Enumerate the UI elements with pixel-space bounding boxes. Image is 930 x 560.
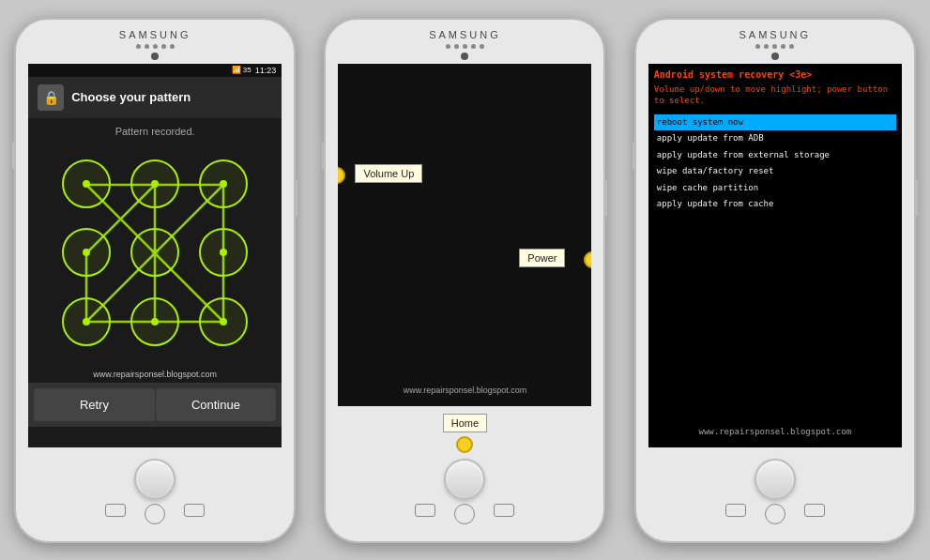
pattern-node-2[interactable] xyxy=(130,159,179,208)
retry-button[interactable]: Retry xyxy=(34,388,155,421)
nav-buttons-2 xyxy=(415,504,514,524)
front-camera xyxy=(151,53,159,60)
pattern-node-1[interactable] xyxy=(62,159,111,208)
power-btn[interactable] xyxy=(294,179,297,217)
node-cell-9 xyxy=(190,287,258,356)
volume-btn[interactable] xyxy=(12,142,16,170)
website-1: www.repairsponsel.blogspot.com xyxy=(28,366,282,383)
home-callout-dot xyxy=(456,436,473,453)
node-cell-3 xyxy=(190,150,258,219)
recovery-menu-item-2[interactable]: apply update from external storage xyxy=(654,147,896,164)
home-nav-btn-3[interactable] xyxy=(765,504,785,524)
phone-1: SAMSUNG 📶 35 11:23 🔒 Choose your pattern… xyxy=(14,18,296,543)
nav-buttons-1 xyxy=(105,504,205,524)
recovery-menu-item-4[interactable]: wipe cache partition xyxy=(654,180,896,197)
back-nav-btn-3[interactable] xyxy=(725,504,746,517)
node-cell-6 xyxy=(190,219,258,287)
volume-up-dot xyxy=(338,167,345,184)
recovery-menu-item-3[interactable]: wipe data/factory reset xyxy=(654,163,896,180)
pattern-screen: 📶 35 11:23 🔒 Choose your pattern Pattern… xyxy=(28,64,282,447)
status-bar: 📶 35 11:23 xyxy=(28,64,282,77)
speaker-dots xyxy=(136,44,175,49)
volume-btn-2[interactable] xyxy=(322,142,326,170)
lock-icon: 🔒 xyxy=(38,84,64,111)
front-camera-3 xyxy=(771,53,779,60)
recovery-title: Android system recovery <3e> xyxy=(654,69,896,80)
home-button-2[interactable] xyxy=(444,459,485,500)
pattern-node-4[interactable] xyxy=(62,228,111,277)
node-cell-5 xyxy=(120,219,189,287)
front-camera-2 xyxy=(461,53,468,60)
home-label: Home xyxy=(443,414,487,432)
pattern-node-7[interactable] xyxy=(62,297,111,346)
power-label: Power xyxy=(519,249,565,267)
phone-top-bezel-3: SAMSUNG xyxy=(636,20,914,64)
home-nav-btn[interactable] xyxy=(145,504,165,524)
power-dot xyxy=(584,251,591,268)
back-nav-btn[interactable] xyxy=(105,504,126,517)
home-button-1[interactable] xyxy=(134,459,175,500)
pattern-node-6[interactable] xyxy=(199,228,248,277)
pattern-header: 🔒 Choose your pattern xyxy=(28,77,282,118)
pattern-node-8[interactable] xyxy=(130,297,179,346)
nav-buttons-3 xyxy=(725,504,825,524)
speaker-dots-3 xyxy=(755,44,794,49)
recovery-menu-item-0[interactable]: reboot system now xyxy=(654,114,896,131)
pattern-buttons: Retry Continue xyxy=(28,383,282,427)
pattern-grid-container xyxy=(28,141,282,366)
phone-2: SAMSUNG Volume Up Power www.repairsponse… xyxy=(324,18,605,543)
power-btn-3[interactable] xyxy=(914,179,918,217)
phone-bottom-bezel-2: Home xyxy=(326,406,603,541)
volume-up-label: Volume Up xyxy=(355,164,422,183)
volume-btn-3[interactable] xyxy=(633,142,636,170)
node-cell-7 xyxy=(52,287,120,356)
speaker-dots-2 xyxy=(446,44,484,49)
website-2: www.repairsponsel.blogspot.com xyxy=(338,386,591,395)
black-screen: Volume Up Power www.repairsponsel.blogsp… xyxy=(338,64,591,406)
recent-nav-btn[interactable] xyxy=(184,504,205,517)
pattern-nodes xyxy=(52,150,258,356)
node-cell-1 xyxy=(52,150,120,219)
time-display: 11:23 xyxy=(255,66,277,75)
recovery-menu-item-5[interactable]: apply update from cache xyxy=(654,196,896,213)
pattern-node-3[interactable] xyxy=(199,159,248,208)
recent-nav-btn-3[interactable] xyxy=(804,504,825,517)
recent-nav-btn-2[interactable] xyxy=(494,504,514,517)
signal-icon: 📶 35 xyxy=(232,66,252,74)
pattern-title: Choose your pattern xyxy=(71,90,191,104)
phone-bottom-bezel-3 xyxy=(636,447,914,541)
power-btn-2[interactable] xyxy=(603,179,607,217)
back-nav-btn-2[interactable] xyxy=(415,504,435,517)
node-cell-8 xyxy=(120,287,189,356)
samsung-logo-3: SAMSUNG xyxy=(739,29,812,40)
pattern-grid[interactable] xyxy=(52,150,258,356)
node-cell-4 xyxy=(52,219,120,287)
home-button-3[interactable] xyxy=(755,459,796,500)
home-nav-btn-2[interactable] xyxy=(454,504,475,524)
phone-3: SAMSUNG Android system recovery <3e> Vol… xyxy=(634,18,916,543)
pattern-recorded-text: Pattern recorded. xyxy=(28,118,282,141)
recovery-menu-item-1[interactable]: apply update from ADB xyxy=(654,130,896,147)
phone-top-bezel-2: SAMSUNG xyxy=(326,20,603,64)
home-label-group: Home xyxy=(443,414,487,453)
samsung-logo: SAMSUNG xyxy=(119,29,191,40)
node-cell-2 xyxy=(120,150,189,219)
recovery-screen: Android system recovery <3e> Volume up/d… xyxy=(648,64,902,447)
recovery-info: Volume up/down to move highlight; power … xyxy=(654,83,896,107)
pattern-node-9[interactable] xyxy=(199,297,248,346)
continue-button[interactable]: Continue xyxy=(156,388,277,421)
website-3: www.repairsponsel.blogspot.com xyxy=(654,427,896,436)
samsung-logo-2: SAMSUNG xyxy=(429,29,501,40)
pattern-node-5[interactable] xyxy=(130,228,179,277)
phone-top-bezel: SAMSUNG xyxy=(16,20,294,64)
phone-bottom-bezel-1 xyxy=(16,447,294,541)
recovery-menu: reboot system now apply update from ADB … xyxy=(654,114,896,213)
